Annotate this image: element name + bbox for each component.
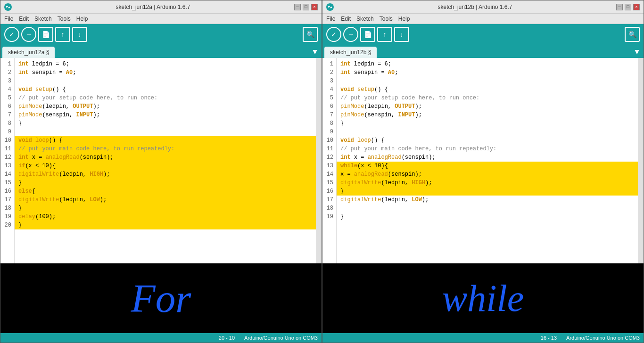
tab-dropdown-left[interactable]: ▼ [310,47,320,58]
line-number: 8 [0,119,14,128]
code-line: digitalWrite(ledpin, HIGH); [15,170,316,179]
title-controls-left: ─ □ ✕ [294,4,318,10]
monitor-button-right[interactable]: 🔍 [625,27,640,42]
code-line: int x = analogRead(senspin); [15,153,316,162]
line-number: 7 [322,111,336,119]
code-line: // put your main code here, to run repea… [337,145,638,153]
close-btn-left[interactable]: ✕ [311,4,318,10]
line-number: 1 [322,60,336,68]
line-number: 2 [0,68,14,77]
line-number: 19 [322,212,336,221]
open-button-right[interactable]: ↑ [377,27,392,42]
code-line: // put your setup code here, to run once… [337,94,638,102]
line-number: 16 [322,187,336,196]
code-area-left[interactable]: 1234567891011121314151617181920 int ledp… [0,58,322,263]
tab-left[interactable]: sketch_jun12a § [2,47,55,58]
main-container: sketch_jun12a | Arduino 1.6.7 ─ □ ✕ File… [0,0,644,343]
canvas-text-left: For [131,275,191,321]
monitor-button-left[interactable]: 🔍 [303,27,318,42]
status-bar-left: 20 - 10 Arduino/Genuino Uno on COM3 [0,333,322,343]
close-btn-right[interactable]: ✕ [633,4,640,10]
line-number: 14 [322,170,336,179]
code-line: // put your setup code here, to run once… [15,94,316,102]
line-number: 12 [0,153,14,162]
title-bar-right: sketch_jun12b | Arduino 1.6.7 ─ □ ✕ [322,0,644,14]
menu-sketch-right[interactable]: Sketch [356,16,374,22]
code-line: digitalWrite(ledpin, LOW); [337,196,638,204]
line-number: 18 [322,204,336,212]
code-line: void loop() { [15,136,316,145]
menu-tools-left[interactable]: Tools [58,16,71,22]
code-line [337,128,638,136]
toolbar-buttons-right: ✓ → 📄 ↑ ↓ [326,27,409,42]
code-line: int ledpin = 6; [15,60,316,68]
minimize-btn-left[interactable]: ─ [294,4,301,10]
maximize-btn-right[interactable]: □ [625,4,631,10]
save-button-right[interactable]: ↓ [394,27,409,42]
menu-file-left[interactable]: File [4,16,13,22]
code-line: pinMode(senspin, INPUT); [15,111,316,119]
code-content-right[interactable]: int ledpin = 6;int senspin = A0; void se… [337,58,638,263]
canvas-right: while [322,263,644,333]
line-number: 5 [322,94,336,102]
code-line: int x = analogRead(senspin); [337,153,638,162]
title-bar-left: sketch_jun12a | Arduino 1.6.7 ─ □ ✕ [0,0,322,14]
line-number: 11 [0,145,14,153]
line-number: 11 [322,145,336,153]
scrollbar-right[interactable] [638,58,644,263]
tab-dropdown-right[interactable]: ▼ [632,47,642,58]
menu-tools-right[interactable]: Tools [380,16,393,22]
line-number: 18 [0,204,14,212]
code-content-left[interactable]: int ledpin = 6;int senspin = A0; void se… [15,58,316,263]
code-area-right[interactable]: 12345678910111213141516171819 int ledpin… [322,58,644,263]
window-left: sketch_jun12a | Arduino 1.6.7 ─ □ ✕ File… [0,0,322,343]
tab-bar-right: sketch_jun12b § ▼ [322,45,644,58]
line-number: 17 [0,196,14,204]
new-button-left[interactable]: 📄 [38,27,53,42]
code-line: } [337,187,638,196]
code-line: } [15,221,316,229]
verify-button-left[interactable]: ✓ [4,27,19,42]
menu-edit-left[interactable]: Edit [19,16,29,22]
verify-button-right[interactable]: ✓ [326,27,341,42]
upload-button-right[interactable]: → [343,27,358,42]
svg-point-0 [6,7,7,8]
minimize-btn-right[interactable]: ─ [616,4,623,10]
line-number: 10 [322,136,336,145]
arduino-logo-right [326,3,334,11]
scrollbar-left[interactable] [316,58,322,263]
menu-sketch-left[interactable]: Sketch [34,16,52,22]
save-button-left[interactable]: ↓ [72,27,87,42]
code-line: } [15,204,316,212]
line-number: 2 [322,68,336,77]
line-number: 4 [322,85,336,94]
line-number: 19 [0,212,14,221]
menu-file-right[interactable]: File [326,16,335,22]
code-line [337,77,638,85]
tab-right[interactable]: sketch_jun12b § [324,47,377,58]
window-title-left: sketch_jun12a | Arduino 1.6.7 [12,4,294,10]
code-line: } [15,119,316,128]
line-number: 8 [322,119,336,128]
maximize-btn-left[interactable]: □ [303,4,309,10]
line-number: 6 [0,102,14,111]
line-number: 15 [322,179,336,187]
new-button-right[interactable]: 📄 [360,27,375,42]
menu-help-right[interactable]: Help [398,16,410,22]
menu-help-left[interactable]: Help [76,16,88,22]
code-line: pinMode(senspin, INPUT); [337,111,638,119]
line-number: 16 [0,187,14,196]
line-number: 17 [322,196,336,204]
code-line: if(x < 10){ [15,162,316,170]
menu-edit-right[interactable]: Edit [341,16,351,22]
line-number: 1 [0,60,14,68]
line-number: 6 [322,102,336,111]
line-number: 20 [0,221,14,229]
line-number: 7 [0,111,14,119]
code-line: int senspin = A0; [15,68,316,77]
upload-button-left[interactable]: → [21,27,36,42]
line-number: 14 [0,170,14,179]
open-button-left[interactable]: ↑ [55,27,70,42]
code-line: } [337,119,638,128]
line-number: 3 [0,77,14,85]
